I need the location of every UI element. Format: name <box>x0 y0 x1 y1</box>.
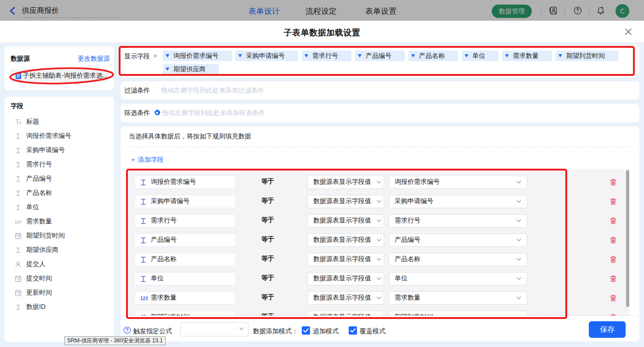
svg-text:123: 123 <box>140 296 148 301</box>
svg-text:123: 123 <box>15 220 21 224</box>
